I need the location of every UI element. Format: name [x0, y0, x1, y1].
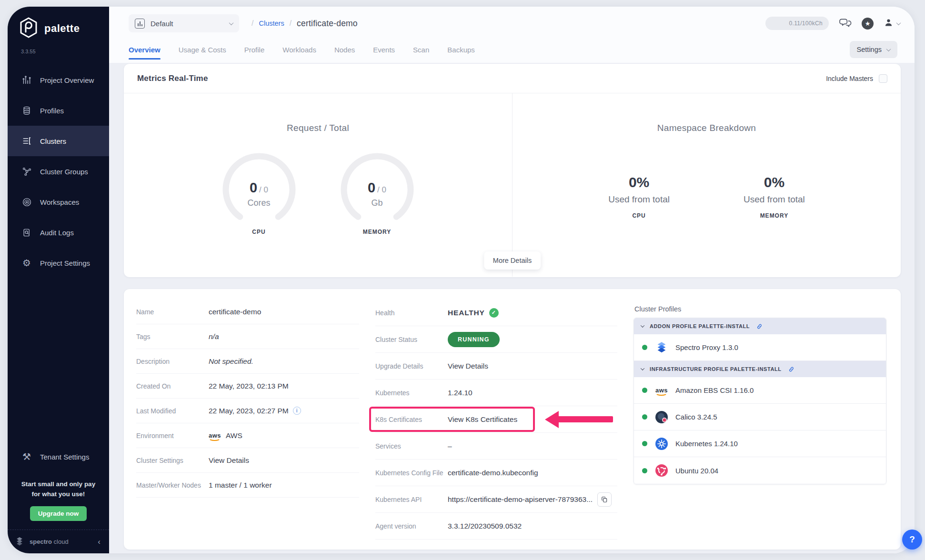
sidebar-item-cluster-groups[interactable]: Cluster Groups: [8, 156, 109, 187]
cluster-details-card: Name certificate-demo Tags n/a Descripti…: [124, 289, 901, 550]
profile-item-label: Spectro Proxy 1.3.0: [675, 343, 738, 351]
chevron-down-icon: [896, 20, 901, 25]
namespace-pct: 0%: [629, 174, 649, 190]
profile-item-label: Calico 3.24.5: [675, 413, 717, 421]
cluster-tabs: Overview Usage & Costs Profile Workloads…: [109, 36, 915, 63]
sidebar-item-audit-logs[interactable]: Audit Logs: [8, 217, 109, 248]
kubernetes-icon: [654, 437, 669, 450]
cluster-settings-view-details-link[interactable]: View Details: [209, 456, 249, 465]
detail-row-created-on: Created On 22 May, 2023, 02:13 PM: [136, 374, 359, 399]
include-masters-checkbox[interactable]: [879, 74, 887, 83]
tab-workloads[interactable]: Workloads: [282, 36, 316, 63]
settings-button[interactable]: Settings: [850, 41, 897, 58]
profile-item-label: Amazon EBS CSI 1.16.0: [675, 386, 754, 394]
metrics-body: Request / Total 0/ 0 Cores CPU 0/ 0: [124, 93, 901, 277]
gear-icon: ⚙: [21, 258, 32, 268]
health-status: HEALTHY✓: [448, 308, 499, 318]
check-circle-icon: ✓: [489, 308, 499, 318]
status-dot-icon: [642, 345, 647, 350]
detail-row-kubeconfig: Kubernetes Config File certificate-demo.…: [375, 460, 617, 486]
more-details-button[interactable]: More Details: [484, 251, 541, 270]
tab-scan[interactable]: Scan: [413, 36, 429, 63]
namespace-cpu-stat: 0% Used from total CPU: [608, 174, 670, 219]
star-badge-button[interactable]: ★: [862, 18, 874, 30]
sidebar-item-workspaces[interactable]: Workspaces: [8, 187, 109, 217]
breadcrumb-clusters-link[interactable]: Clusters: [259, 20, 284, 27]
metrics-card: Metrics Real-Time Include Masters Reques…: [124, 64, 901, 277]
aws-icon: aws: [209, 432, 221, 439]
detail-row-upgrade-details: Upgrade Details View Details: [375, 353, 617, 380]
chat-button[interactable]: [839, 17, 852, 30]
row-value: 1 master / 1 worker: [209, 481, 272, 490]
infrastructure-profile-header[interactable]: INFRASTRUCTURE PROFILE PALETTE-INSTALL: [634, 361, 886, 377]
collapse-sidebar-icon[interactable]: ‹: [98, 537, 101, 547]
sidebar-item-label: Cluster Groups: [40, 168, 88, 176]
help-button[interactable]: ?: [902, 530, 922, 550]
namespace-memory-stat: 0% Used from total MEMORY: [744, 174, 805, 219]
spectro-cloud-logo-icon: [14, 536, 25, 548]
sidebar-item-label: Tenant Settings: [40, 453, 89, 461]
profile-header-label: INFRASTRUCTURE PROFILE PALETTE-INSTALL: [650, 366, 782, 372]
tab-backups[interactable]: Backups: [447, 36, 475, 63]
copy-button[interactable]: [597, 492, 612, 507]
upgrade-view-details-link[interactable]: View Details: [448, 362, 488, 370]
tab-events[interactable]: Events: [373, 36, 395, 63]
running-status-badge[interactable]: RUNNING: [448, 332, 500, 347]
user-menu[interactable]: [884, 18, 900, 30]
request-total-title: Request / Total: [287, 123, 349, 133]
profile-item-spectro-proxy[interactable]: Spectro Proxy 1.3.0: [634, 334, 886, 361]
gauge-unit: Cores: [219, 198, 300, 208]
gauge-value: 0: [250, 180, 257, 195]
profile-item-kubernetes[interactable]: Kubernetes 1.24.10: [634, 430, 886, 457]
tab-usage-costs[interactable]: Usage & Costs: [179, 36, 226, 63]
addon-profile-header[interactable]: ADDON PROFILE PALETTE-INSTALL: [634, 318, 886, 334]
brand-logo: palette: [8, 7, 109, 40]
gauge-total: / 0: [259, 185, 268, 194]
detail-row-cluster-settings: Cluster Settings View Details: [136, 448, 359, 473]
footer-brand: spectro cloud: [30, 538, 69, 545]
row-label: Created On: [136, 382, 209, 390]
project-selector[interactable]: Default: [129, 14, 239, 32]
tab-profile[interactable]: Profile: [244, 36, 265, 63]
content-area: Default / Clusters / certificate-demo 0.…: [109, 7, 915, 553]
spectro-layers-icon: [654, 341, 669, 354]
profile-item-label: Kubernetes 1.24.10: [675, 440, 738, 448]
tab-overview[interactable]: Overview: [129, 36, 161, 63]
sidebar-item-tenant-settings[interactable]: ⚒ Tenant Settings: [8, 443, 109, 470]
include-masters: Include Masters: [826, 74, 887, 83]
row-value: 3.3.12/20230509.0532: [448, 522, 522, 530]
user-icon: [884, 18, 894, 30]
row-label: Environment: [136, 432, 209, 440]
detail-row-health: Health HEALTHY✓: [375, 300, 617, 326]
upgrade-now-button[interactable]: Upgrade now: [30, 506, 87, 521]
sidebar-item-label: Project Settings: [40, 259, 90, 267]
sidebar-item-project-overview[interactable]: Project Overview: [8, 65, 109, 95]
sidebar-item-clusters[interactable]: Clusters: [8, 126, 109, 156]
cluster-profiles-panel: Cluster Profiles ADDON PROFILE PALETTE-I…: [633, 300, 886, 550]
kubeconfig-download-link[interactable]: certificate-demo.kubeconfig: [448, 469, 538, 477]
breadcrumb: / Clusters / certificate-demo: [251, 19, 358, 29]
list-icon: [21, 136, 32, 146]
sidebar-item-profiles[interactable]: Profiles: [8, 95, 109, 126]
row-value: certificate-demo: [209, 308, 261, 316]
profile-item-ubuntu[interactable]: Ubuntu 20.04: [634, 457, 886, 484]
detail-row-nodes: Master/Worker Nodes 1 master / 1 worker: [136, 473, 359, 498]
profile-item-amazon-ebs-csi[interactable]: aws Amazon EBS CSI 1.16.0: [634, 377, 886, 404]
rings-icon: [21, 197, 32, 207]
row-label: Upgrade Details: [375, 362, 448, 370]
row-value: 1.24.10: [448, 389, 473, 397]
status-dot-icon: [642, 388, 647, 393]
sidebar-item-project-settings[interactable]: ⚙ Project Settings: [8, 248, 109, 278]
metrics-header: Metrics Real-Time Include Masters: [124, 64, 901, 93]
tab-nodes[interactable]: Nodes: [334, 36, 355, 63]
cluster-profiles-list: ADDON PROFILE PALETTE-INSTALL Spectro Pr…: [633, 318, 886, 484]
row-label: Master/Worker Nodes: [136, 481, 209, 489]
profile-item-calico[interactable]: Calico 3.24.5: [634, 404, 886, 430]
gauge-unit: Gb: [337, 198, 418, 208]
info-icon[interactable]: i: [293, 407, 301, 415]
row-value: n/a: [209, 332, 219, 341]
row-label: Kubernetes: [375, 389, 448, 397]
view-k8s-certificates-link[interactable]: View K8s Certificates: [448, 415, 517, 424]
namespace-title: Namespace Breakdown: [657, 123, 756, 133]
details-column-1: Name certificate-demo Tags n/a Descripti…: [136, 300, 359, 550]
